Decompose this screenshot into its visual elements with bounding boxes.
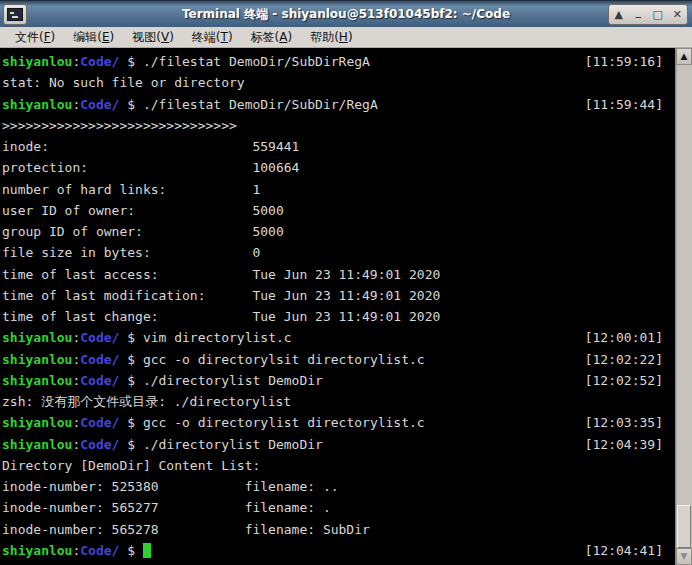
prompt-dollar: $ [119, 94, 142, 115]
menu-item-view[interactable]: 视图(V) [123, 27, 183, 48]
timestamp: [12:04:41] [585, 540, 663, 561]
output-line: inode-number: 565278 filename: SubDir [2, 519, 675, 540]
terminal-output[interactable]: shiyanlou:Code/ $ ./filestat DemoDir/Sub… [0, 48, 675, 565]
prompt-dir: Code/ [80, 370, 119, 391]
scrollbar-thumb[interactable] [677, 505, 691, 548]
prompt-dollar: $ [119, 434, 142, 455]
menu-bar: 文件(F)编辑(E)视图(V)终端(T)标签(A)帮助(H) [0, 27, 692, 48]
prompt-dollar: $ [119, 412, 142, 433]
prompt-user: shiyanlou [2, 349, 72, 370]
prompt-user: shiyanlou [2, 51, 72, 72]
prompt-user: shiyanlou [2, 540, 72, 561]
terminal-window: Terminal 终端 - shiyanlou@513f01045bf2: ~/… [0, 0, 692, 565]
menu-item-help[interactable]: 帮助(H) [301, 27, 361, 48]
output-line: protection: 100664 [2, 157, 675, 178]
prompt-dollar: $ [119, 51, 142, 72]
menu-item-file[interactable]: 文件(F) [6, 27, 64, 48]
menu-item-edit[interactable]: 编辑(E) [64, 27, 123, 48]
command-line: shiyanlou:Code/ $ [12:04:41] [2, 540, 675, 561]
close-icon: ✕ [673, 9, 682, 20]
output-line: time of last modification: Tue Jun 23 11… [2, 285, 675, 306]
prompt-dir: Code/ [80, 540, 119, 561]
output-line: user ID of owner: 5000 [2, 200, 675, 221]
prompt-user: shiyanlou [2, 412, 72, 433]
shade-icon: ▲ [615, 9, 623, 20]
shade-button[interactable]: ▲ [610, 5, 628, 24]
command-line: shiyanlou:Code/ $ vim directorylist.c[12… [2, 327, 675, 348]
scroll-down-button[interactable]: ▼ [676, 548, 692, 565]
terminal-cursor [143, 543, 151, 558]
output-line: inode-number: 565277 filename: . [2, 497, 675, 518]
menu-item-tabs[interactable]: 标签(A) [242, 27, 302, 48]
scrollbar-track[interactable] [676, 65, 692, 548]
command-line: shiyanlou:Code/ $ gcc -o directorylsit d… [2, 349, 675, 370]
output-line: stat: No such file or directory [2, 72, 675, 93]
prompt-sep: : [72, 370, 80, 391]
timestamp: [12:02:22] [585, 349, 663, 370]
prompt-user: shiyanlou [2, 94, 72, 115]
output-line: number of hard links: 1 [2, 179, 675, 200]
timestamp: [12:02:52] [585, 370, 663, 391]
maximize-button[interactable]: □ [649, 5, 667, 24]
prompt-dir: Code/ [80, 327, 119, 348]
title-bar[interactable]: Terminal 终端 - shiyanlou@513f01045bf2: ~/… [0, 0, 692, 27]
window-menu-icon[interactable] [3, 4, 27, 25]
close-button[interactable]: ✕ [668, 5, 686, 24]
prompt-user: shiyanlou [2, 370, 72, 391]
command-line: shiyanlou:Code/ $ ./filestat DemoDir/Sub… [2, 94, 675, 115]
window-title: Terminal 终端 - shiyanlou@513f01045bf2: ~/… [0, 6, 692, 23]
prompt-user: shiyanlou [2, 434, 72, 455]
prompt-sep: : [72, 434, 80, 455]
output-line: time of last access: Tue Jun 23 11:49:01… [2, 264, 675, 285]
prompt-dollar: $ [119, 370, 142, 391]
command-line: shiyanlou:Code/ $ ./directorylist DemoDi… [2, 434, 675, 455]
prompt-dir: Code/ [80, 349, 119, 370]
terminal-icon [7, 8, 23, 21]
maximize-icon: □ [653, 9, 663, 20]
output-line: >>>>>>>>>>>>>>>>>>>>>>>>>>>>>> [2, 115, 675, 136]
timestamp: [11:59:44] [585, 94, 663, 115]
timestamp: [12:03:35] [585, 412, 663, 433]
timestamp: [12:00:01] [585, 327, 663, 348]
scrollbar[interactable]: ▲ ▼ [675, 48, 692, 565]
output-line: inode-number: 525380 filename: .. [2, 476, 675, 497]
command-line: shiyanlou:Code/ $ gcc -o directorylist d… [2, 412, 675, 433]
timestamp: [12:04:39] [585, 434, 663, 455]
prompt-dir: Code/ [80, 51, 119, 72]
scroll-up-icon: ▲ [681, 52, 688, 61]
command-line: shiyanlou:Code/ $ ./filestat DemoDir/Sub… [2, 51, 675, 72]
prompt-dir: Code/ [80, 434, 119, 455]
minimize-button[interactable]: _ [629, 5, 647, 24]
window-controls: ▲ _ □ ✕ [608, 4, 688, 25]
prompt-dollar: $ [119, 540, 142, 561]
prompt-sep: : [72, 412, 80, 433]
output-line: Directory [DemoDir] Content List: [2, 455, 675, 476]
terminal-area: shiyanlou:Code/ $ ./filestat DemoDir/Sub… [0, 48, 692, 565]
prompt-dollar: $ [119, 349, 142, 370]
prompt-sep: : [72, 94, 80, 115]
prompt-dir: Code/ [80, 412, 119, 433]
prompt-sep: : [72, 51, 80, 72]
prompt-sep: : [72, 540, 80, 561]
prompt-sep: : [72, 327, 80, 348]
output-line: group ID of owner: 5000 [2, 221, 675, 242]
output-line: inode: 559441 [2, 136, 675, 157]
command-line: shiyanlou:Code/ $ ./directorylist DemoDi… [2, 370, 675, 391]
scroll-up-button[interactable]: ▲ [676, 48, 692, 65]
output-line: time of last change: Tue Jun 23 11:49:01… [2, 306, 675, 327]
minimize-icon: _ [636, 6, 642, 17]
prompt-sep: : [72, 349, 80, 370]
menu-item-terminal[interactable]: 终端(T) [183, 27, 242, 48]
prompt-dir: Code/ [80, 94, 119, 115]
prompt-dollar: $ [119, 327, 142, 348]
scroll-down-icon: ▼ [681, 552, 688, 561]
timestamp: [11:59:16] [585, 51, 663, 72]
prompt-user: shiyanlou [2, 327, 72, 348]
output-line: file size in bytes: 0 [2, 242, 675, 263]
output-line: zsh: 没有那个文件或目录: ./directorylist [2, 391, 675, 412]
